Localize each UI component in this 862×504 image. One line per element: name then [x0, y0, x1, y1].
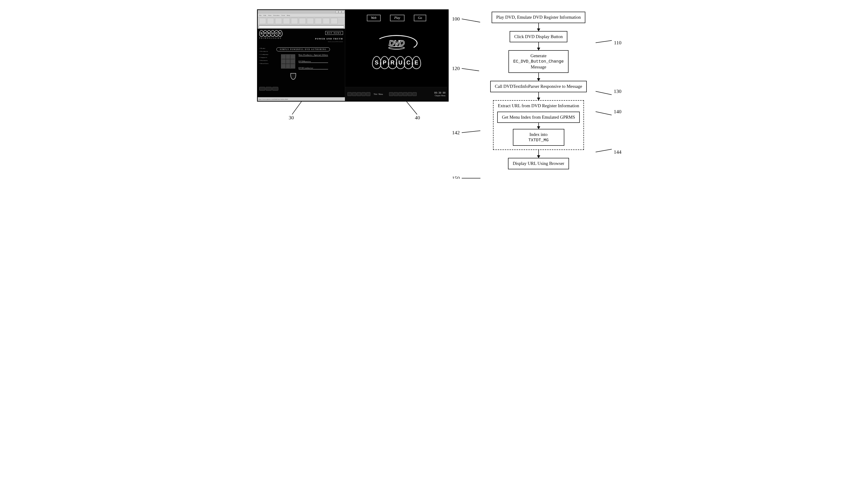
ref-130: 130 — [596, 88, 622, 94]
step-120-prefix: Generate — [513, 53, 564, 59]
address-field[interactable] — [259, 26, 344, 28]
menu-item[interactable]: File — [259, 14, 262, 16]
nav-enter-icon[interactable] — [408, 92, 412, 96]
ref-140: 140 — [596, 109, 622, 115]
menu-item[interactable]: Tools — [281, 14, 285, 16]
screenshot-frame: File Edit View Favorites Tools Help — [257, 9, 449, 102]
section-heading: DVDConductor — [299, 67, 328, 69]
status-text: http://www.spruce.com/html/new/index.htm… — [259, 98, 288, 100]
browser-toolbar — [258, 17, 345, 25]
logo-letter: E — [412, 56, 421, 69]
dvd-go-button[interactable]: Go — [414, 15, 426, 21]
dvd-player-window: Web Play Go DVD S P R U C E — [345, 10, 448, 101]
ref-label: 140 — [614, 109, 622, 115]
maximize-icon[interactable] — [339, 11, 341, 13]
arrow-icon — [538, 23, 539, 31]
nav-up-icon[interactable] — [389, 92, 393, 96]
menu-item[interactable]: Help — [287, 14, 290, 16]
sidebar-nav: • Home • Products • Company • Support • … — [259, 48, 269, 65]
chapter-menu-label: Chapter Menu — [435, 95, 446, 97]
step-130: Call DVDTextInfoParser Responsive to Mes… — [490, 81, 587, 92]
home-icon[interactable] — [291, 18, 298, 24]
title-menu-label: Title / Menu — [374, 93, 383, 95]
shield-icon — [290, 73, 296, 80]
section-headings: New Products / Special Offers DVDMaestro… — [299, 54, 328, 69]
menu-item[interactable]: Edit — [263, 14, 266, 16]
stop-icon[interactable] — [275, 18, 282, 24]
browser-window: File Edit View Favorites Tools Help — [258, 10, 345, 101]
close-icon[interactable] — [342, 11, 344, 13]
ref-label: 144 — [614, 149, 622, 155]
print-icon[interactable] — [331, 18, 338, 24]
ref-label: 110 — [614, 40, 621, 46]
nav-link[interactable]: • Company — [259, 53, 269, 55]
browser-menubar: File Edit View Favorites Tools Help — [258, 14, 345, 17]
page-subhead: World renowned DVD solutions — [328, 41, 343, 42]
dvd-control-bar: Title / Menu 00:30 00 Chapter Menu — [345, 87, 448, 101]
history-icon[interactable] — [315, 18, 322, 24]
arrow-icon — [538, 150, 539, 158]
next-icon[interactable] — [366, 92, 370, 96]
section-heading: DVDMaestro — [299, 61, 328, 63]
ref-30: 30 — [289, 115, 294, 121]
spruce-big-logo: S P R U C E — [372, 56, 421, 69]
refresh-icon[interactable] — [283, 18, 290, 24]
ref-label: 100 — [452, 16, 460, 22]
dvd-screen: Web Play Go DVD S P R U C E — [345, 10, 448, 87]
dvd-play-button[interactable]: Play — [390, 15, 404, 21]
forward-icon[interactable] — [267, 18, 274, 24]
menu-item[interactable]: Favorites — [273, 14, 279, 16]
arrow-icon — [538, 92, 539, 100]
timecode: 00:30 00 — [434, 92, 445, 94]
svg-line-0 — [292, 102, 301, 115]
arrow-icon — [538, 123, 539, 129]
play-icon[interactable] — [352, 92, 356, 96]
dvd-logo: DVD — [376, 35, 418, 51]
ref-label: 150 — [452, 175, 460, 179]
ref-label: 142 — [452, 130, 460, 136]
arrow-icon — [538, 73, 539, 81]
ref-100: 100 — [452, 16, 480, 22]
back-icon[interactable] — [259, 18, 266, 24]
nav-right-icon[interactable] — [403, 92, 407, 96]
nav-link[interactable]: • Products — [259, 51, 269, 52]
arrow-icon — [538, 42, 539, 50]
footer-icon[interactable] — [272, 87, 278, 91]
ref-120: 120 — [452, 65, 479, 71]
footer-icons — [259, 87, 278, 91]
nav-link[interactable]: • Support — [259, 56, 269, 58]
favorites-icon[interactable] — [307, 18, 314, 24]
footer-icon[interactable] — [266, 87, 272, 91]
nav-return-icon[interactable] — [413, 92, 417, 96]
logo-letter: E — [278, 30, 283, 37]
webpage-content: S P R U C E TECHNOLOGIES HOT NEWS POWER … — [258, 29, 345, 97]
nav-link[interactable]: • Home — [259, 48, 269, 49]
mail-icon[interactable] — [323, 18, 330, 24]
thumbnail-grid — [281, 54, 295, 68]
ref-40: 40 — [415, 115, 420, 121]
search-icon[interactable] — [299, 18, 306, 24]
step-142: Get Menu Index from Emulated GPRMS — [497, 111, 580, 123]
footer-icon[interactable] — [259, 87, 265, 91]
step-120: Generate EC_DVD_Button_Change Message — [508, 50, 568, 73]
nav-down-icon[interactable] — [394, 92, 398, 96]
step-140-title: Extract URL from DVD Register Informatio… — [498, 103, 579, 109]
hot-news-label: HOT NEWS — [325, 31, 343, 35]
step-110: Click DVD Display Button — [510, 31, 567, 42]
svg-line-1 — [407, 102, 417, 115]
menu-item[interactable]: View — [268, 14, 272, 16]
nav-link[interactable]: • Resellers — [259, 63, 269, 65]
step-144-prefix: Index into — [518, 132, 560, 137]
banner-pill: SIMPLY POWERFUL DVD AUTHORING — [276, 48, 330, 51]
pause-icon[interactable] — [357, 92, 361, 96]
prev-icon[interactable] — [348, 92, 352, 96]
spruce-logo: S P R U C E TECHNOLOGIES — [259, 30, 303, 44]
dvd-web-button[interactable]: Web — [367, 15, 381, 21]
minimize-icon[interactable] — [336, 11, 338, 13]
stop-icon[interactable] — [362, 92, 366, 96]
nav-link[interactable]: • Partners — [259, 59, 269, 62]
step-150: Display URL Using Browser — [508, 158, 569, 169]
nav-left-icon[interactable] — [399, 92, 403, 96]
step-144: Index into TXTDT_MG — [513, 129, 564, 146]
step-120-code: EC_DVD_Button_Change — [513, 59, 564, 64]
